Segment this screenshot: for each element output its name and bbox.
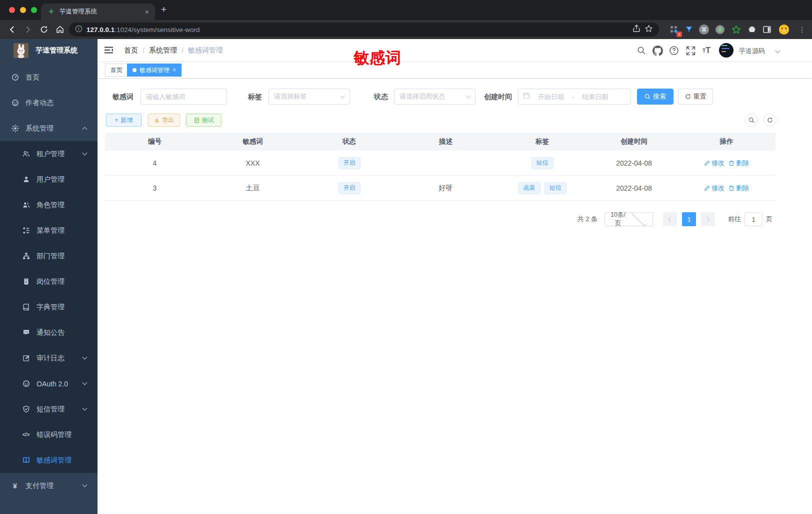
add-button[interactable]: + 新增 <box>106 114 142 127</box>
url-host: 127.0.0.1 <box>86 26 114 34</box>
sidebar-item-oauth[interactable]: OAuth 2.0 <box>0 371 98 396</box>
sidebar-item-audit-log[interactable]: 审计日志 <box>0 345 98 371</box>
test-button[interactable]: 测试 <box>186 114 222 127</box>
reset-button[interactable]: 重置 <box>678 89 713 105</box>
tag-home[interactable]: 首页 <box>105 64 128 77</box>
font-size-icon[interactable]: TT <box>701 45 712 56</box>
url-bar[interactable]: 127.0.0.1:1024/system/sensitive-word <box>69 23 659 37</box>
xpath-star-extension-icon[interactable] <box>730 24 742 36</box>
goto-page-input[interactable] <box>744 212 762 226</box>
sidebar-item-author-news[interactable]: 作者动态 <box>0 90 98 116</box>
user-name[interactable]: 芋道源码 <box>739 47 765 56</box>
sidebar: 芋道管理系统 首页 作者动态 系统管理 租户管理 <box>0 39 98 514</box>
chevron-down-icon[interactable] <box>776 49 780 54</box>
export-button[interactable]: 导出 <box>148 114 180 127</box>
filter-tag-select[interactable]: 请选择标签 <box>268 89 350 105</box>
chevron-up-icon <box>82 127 88 132</box>
fullscreen-icon[interactable] <box>685 45 696 56</box>
command-extension-icon[interactable]: ⌘ <box>698 24 710 36</box>
sidebar-item-dept[interactable]: 部门管理 <box>0 243 98 269</box>
close-window-button[interactable] <box>9 7 15 13</box>
new-tab-button[interactable]: + <box>161 4 166 15</box>
delete-link[interactable]: 删除 <box>728 184 749 193</box>
profile-avatar-icon[interactable] <box>778 24 790 36</box>
filter-word-input[interactable] <box>140 89 227 105</box>
filter-date-range[interactable]: - <box>518 89 631 105</box>
sidebar-item-dict[interactable]: 字典管理 <box>0 294 98 320</box>
refresh-table-button[interactable] <box>764 114 776 127</box>
vue-devtools-icon[interactable] <box>683 24 695 36</box>
share-icon[interactable] <box>632 25 640 35</box>
browser-toolbar: 127.0.0.1:1024/system/sensitive-word 9 ⌘ <box>0 20 812 39</box>
back-button[interactable] <box>6 24 18 36</box>
annotation-overlay-text: 敏感词 <box>354 48 402 69</box>
filter-status-select[interactable]: 请选择启用状态 <box>394 89 476 105</box>
user-avatar[interactable] <box>719 43 734 58</box>
app-logo[interactable]: 芋道管理系统 <box>0 39 98 62</box>
filter-tag-label: 标签 <box>248 89 262 105</box>
sidebar-item-menu[interactable]: 菜单管理 <box>0 218 98 243</box>
page-number-button[interactable]: 1 <box>682 212 696 226</box>
user-icon <box>22 176 30 184</box>
date-end-input[interactable] <box>577 93 613 101</box>
filter-time-label: 创建时间 <box>484 89 512 105</box>
book-icon <box>22 303 30 311</box>
gear-icon <box>11 125 19 133</box>
breadcrumb-current: 敏感词管理 <box>188 46 223 55</box>
browser-tabstrip: 芋道管理系统 × + <box>0 0 812 20</box>
chevron-down-icon <box>82 151 88 156</box>
sidebar-item-error-code[interactable]: </> 错误码管理 <box>0 422 98 447</box>
tree-list-icon <box>22 227 30 235</box>
site-info-icon[interactable] <box>75 25 82 35</box>
help-icon[interactable] <box>668 45 680 56</box>
sidebar-item-payment[interactable]: ¥ 支付管理 <box>0 473 98 498</box>
sidebar-menu: 首页 作者动态 系统管理 租户管理 用户管理 角色管理 <box>0 65 98 498</box>
side-panel-icon[interactable] <box>761 24 773 36</box>
github-icon[interactable] <box>652 45 663 56</box>
toggle-search-button[interactable] <box>745 114 758 127</box>
sidebar-item-notice[interactable]: 通知公告 <box>0 320 98 345</box>
edit-link[interactable]: 修改 <box>704 159 724 168</box>
maximize-window-button[interactable] <box>31 7 37 13</box>
sidebar-item-system[interactable]: 系统管理 <box>0 116 98 141</box>
forward-button[interactable] <box>22 24 34 36</box>
sidebar-item-tenant[interactable]: 租户管理 <box>0 141 98 167</box>
sidebar-collapse-icon[interactable] <box>104 46 114 56</box>
breadcrumb-home[interactable]: 首页 <box>124 46 138 55</box>
tag-sensitive-word[interactable]: 敏感词管理 × <box>127 64 182 77</box>
edit-link[interactable]: 修改 <box>704 184 724 193</box>
sensitive-word-table: 编号 敏感词 状态 描述 标签 创建时间 操作 4 XXX 开启 短信 2022… <box>105 133 776 201</box>
minimize-window-button[interactable] <box>20 7 26 13</box>
filter-status-label: 状态 <box>374 89 388 105</box>
sidebar-item-sensitive-word[interactable]: 敏感词管理 <box>0 447 98 473</box>
bookmark-star-icon[interactable] <box>644 25 653 35</box>
tab-close-icon[interactable]: × <box>145 9 149 16</box>
shield-check-icon <box>22 405 30 413</box>
extension-grid-icon[interactable]: 9 <box>668 24 680 36</box>
sidebar-item-user[interactable]: 用户管理 <box>0 167 98 192</box>
breadcrumb-system[interactable]: 系统管理 <box>149 46 177 55</box>
sidebar-item-post[interactable]: 岗位管理 <box>0 269 98 294</box>
pagination: 共 2 条 10条/页 1 前往 页 <box>578 212 772 226</box>
recorder-extension-icon[interactable] <box>714 24 726 36</box>
sidebar-item-home[interactable]: 首页 <box>0 65 98 90</box>
sidebar-item-sms[interactable]: 短信管理 <box>0 396 98 422</box>
chevron-down-icon <box>466 94 471 99</box>
sidebar-item-role[interactable]: 角色管理 <box>0 192 98 218</box>
browser-menu-icon[interactable]: ⋮ <box>796 24 808 36</box>
tag-close-icon[interactable]: × <box>172 67 176 74</box>
page-size-select[interactable]: 10条/页 <box>604 212 653 226</box>
prev-page-button[interactable] <box>663 212 677 226</box>
reload-button[interactable] <box>38 24 50 36</box>
browser-tab[interactable]: 芋道管理系统 × <box>41 4 155 20</box>
chevron-down-icon <box>82 482 88 487</box>
extensions-puzzle-icon[interactable] <box>746 24 758 36</box>
next-page-button[interactable] <box>701 212 715 226</box>
yen-icon: ¥ <box>11 482 19 490</box>
date-start-input[interactable] <box>533 93 569 101</box>
delete-link[interactable]: 删除 <box>728 159 749 168</box>
table-row: 3 土豆 开启 好呀 蔬菜 短信 2022-04-08 修改 删除 <box>105 176 776 201</box>
header-search-icon[interactable] <box>636 45 647 56</box>
home-button[interactable] <box>54 24 66 36</box>
search-button[interactable]: 搜索 <box>637 89 674 105</box>
